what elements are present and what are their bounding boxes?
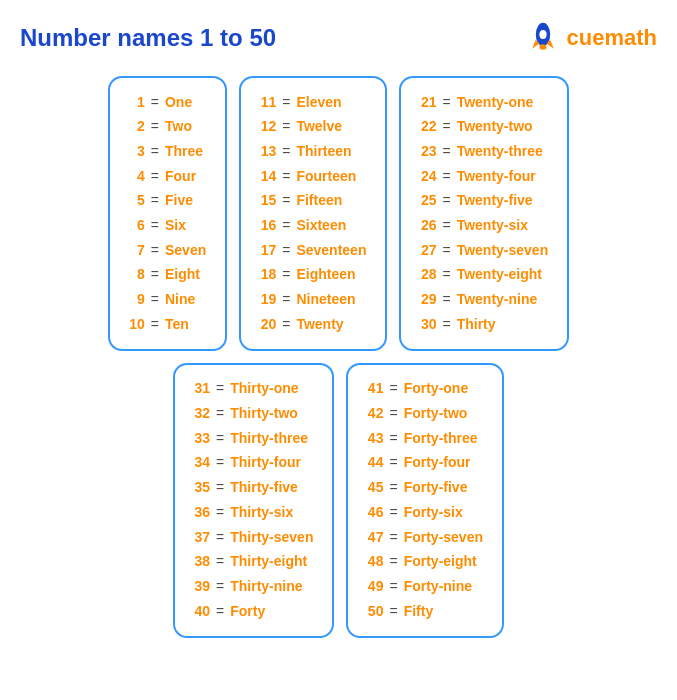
table-row: 29 = Twenty-nine [417, 288, 551, 313]
equals-cell: = [386, 599, 400, 624]
equals-cell: = [439, 263, 453, 288]
number-cell: 34 [191, 451, 213, 476]
table-row: 34 = Thirty-four [191, 451, 316, 476]
name-cell: Thirty-eight [227, 550, 316, 575]
number-cell: 9 [126, 288, 148, 313]
equals-cell: = [148, 263, 162, 288]
number-cell: 46 [364, 500, 386, 525]
equals-cell: = [213, 550, 227, 575]
rocket-icon [525, 20, 561, 56]
equals-cell: = [279, 115, 293, 140]
table-row: 13 = Thirteen [257, 139, 369, 164]
number-cell: 31 [191, 377, 213, 402]
table-row: 37 = Thirty-seven [191, 525, 316, 550]
name-cell: Forty-two [401, 402, 486, 427]
name-cell: Eight [162, 263, 209, 288]
equals-cell: = [213, 574, 227, 599]
table-row: 45 = Forty-five [364, 476, 486, 501]
table-row: 11 = Eleven [257, 90, 369, 115]
number-cell: 4 [126, 164, 148, 189]
equals-cell: = [148, 90, 162, 115]
equals-cell: = [279, 189, 293, 214]
number-cell: 35 [191, 476, 213, 501]
table-row: 38 = Thirty-eight [191, 550, 316, 575]
number-cell: 49 [364, 574, 386, 599]
number-cell: 41 [364, 377, 386, 402]
table-row: 17 = Seventeen [257, 238, 369, 263]
number-cell: 48 [364, 550, 386, 575]
name-cell: Thirty-six [227, 500, 316, 525]
number-cell: 6 [126, 213, 148, 238]
number-cell: 47 [364, 525, 386, 550]
number-cell: 24 [417, 164, 439, 189]
name-cell: Twenty-eight [454, 263, 552, 288]
equals-cell: = [279, 238, 293, 263]
name-cell: Nineteen [293, 288, 369, 313]
number-cell: 7 [126, 238, 148, 263]
table-row: 47 = Forty-seven [364, 525, 486, 550]
number-cell: 18 [257, 263, 279, 288]
number-cell: 26 [417, 213, 439, 238]
table-row: 23 = Twenty-three [417, 139, 551, 164]
table-row: 22 = Twenty-two [417, 115, 551, 140]
equals-cell: = [213, 599, 227, 624]
number-cell: 5 [126, 189, 148, 214]
name-cell: Fourteen [293, 164, 369, 189]
bottom-row: 31 = Thirty-one 32 = Thirty-two 33 = Thi… [20, 363, 657, 638]
equals-cell: = [439, 312, 453, 337]
table-row: 35 = Thirty-five [191, 476, 316, 501]
number-box-box4: 31 = Thirty-one 32 = Thirty-two 33 = Thi… [173, 363, 334, 638]
table-row: 42 = Forty-two [364, 402, 486, 427]
number-cell: 43 [364, 426, 386, 451]
equals-cell: = [386, 377, 400, 402]
top-row: 1 = One 2 = Two 3 = Three 4 = Four 5 = F… [20, 76, 657, 351]
logo-text: cuemath [567, 25, 657, 51]
table-row: 30 = Thirty [417, 312, 551, 337]
table-row: 5 = Five [126, 189, 209, 214]
number-cell: 13 [257, 139, 279, 164]
table-row: 24 = Twenty-four [417, 164, 551, 189]
name-cell: Thirteen [293, 139, 369, 164]
name-cell: Five [162, 189, 209, 214]
number-cell: 12 [257, 115, 279, 140]
equals-cell: = [279, 164, 293, 189]
name-cell: Three [162, 139, 209, 164]
name-cell: Forty-five [401, 476, 486, 501]
equals-cell: = [213, 377, 227, 402]
equals-cell: = [439, 90, 453, 115]
table-row: 18 = Eighteen [257, 263, 369, 288]
table-row: 20 = Twenty [257, 312, 369, 337]
name-cell: Eighteen [293, 263, 369, 288]
table-row: 27 = Twenty-seven [417, 238, 551, 263]
table-row: 12 = Twelve [257, 115, 369, 140]
number-cell: 37 [191, 525, 213, 550]
table-row: 43 = Forty-three [364, 426, 486, 451]
equals-cell: = [386, 550, 400, 575]
number-cell: 28 [417, 263, 439, 288]
table-row: 2 = Two [126, 115, 209, 140]
name-cell: Forty-three [401, 426, 486, 451]
number-cell: 30 [417, 312, 439, 337]
equals-cell: = [148, 189, 162, 214]
equals-cell: = [148, 164, 162, 189]
name-cell: Twenty-four [454, 164, 552, 189]
page-header: Number names 1 to 50 cuemath [20, 20, 657, 56]
name-cell: Seventeen [293, 238, 369, 263]
table-row: 36 = Thirty-six [191, 500, 316, 525]
equals-cell: = [439, 115, 453, 140]
name-cell: Twenty-two [454, 115, 552, 140]
name-cell: Twelve [293, 115, 369, 140]
number-cell: 19 [257, 288, 279, 313]
name-cell: Six [162, 213, 209, 238]
number-cell: 42 [364, 402, 386, 427]
name-cell: Twenty-nine [454, 288, 552, 313]
equals-cell: = [213, 451, 227, 476]
equals-cell: = [279, 312, 293, 337]
number-cell: 11 [257, 90, 279, 115]
number-cell: 21 [417, 90, 439, 115]
table-row: 15 = Fifteen [257, 189, 369, 214]
table-row: 46 = Forty-six [364, 500, 486, 525]
name-cell: One [162, 90, 209, 115]
equals-cell: = [279, 263, 293, 288]
equals-cell: = [386, 451, 400, 476]
